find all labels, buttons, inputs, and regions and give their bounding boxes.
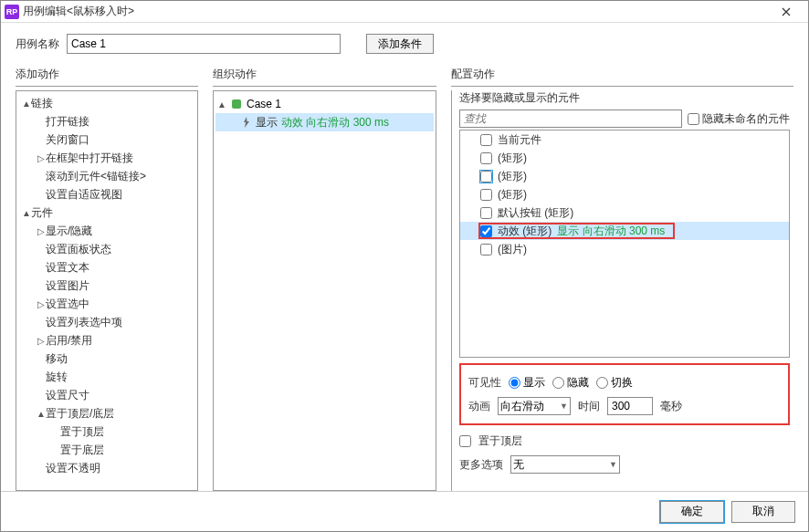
tree-label: 设置图片	[46, 278, 89, 294]
tree-node[interactable]: 移动	[16, 349, 197, 368]
tree-label: 启用/禁用	[46, 333, 92, 349]
widget-row[interactable]: (矩形)	[460, 185, 789, 203]
case-name-input[interactable]	[67, 34, 341, 54]
tree-node[interactable]: 置于顶层	[16, 422, 197, 441]
tree-node[interactable]: 打开链接	[16, 112, 197, 130]
tree-label: 关闭窗口	[46, 132, 89, 148]
tree-label: 滚动到元件<锚链接>	[46, 169, 146, 184]
time-input[interactable]	[607, 397, 653, 415]
tree-label: 设置不透明	[46, 461, 100, 476]
expand-icon: ▲	[217, 99, 226, 110]
add-action-title: 添加动作	[16, 67, 198, 87]
tree-node[interactable]: ▷在框架中打开链接	[16, 149, 197, 167]
expand-icon: ▷	[37, 336, 46, 346]
tree-node[interactable]: 设置文本	[16, 258, 197, 276]
widget-row[interactable]: (图片)	[460, 240, 789, 258]
radio-show-label: 显示	[523, 375, 545, 391]
widget-label: 当前元件	[498, 132, 541, 148]
tree-label: 设置文本	[46, 260, 89, 276]
dialog-footer: 确定 取消	[1, 491, 808, 531]
close-button[interactable]	[768, 1, 804, 23]
case-name-row: 用例名称 添加条件	[16, 34, 793, 54]
widget-label: (矩形)	[498, 169, 527, 184]
widget-checkbox[interactable]	[480, 207, 492, 219]
tree-label: 置于顶层/底层	[46, 406, 114, 422]
radio-toggle-label: 切换	[611, 375, 633, 391]
chevron-down-icon: ▼	[609, 460, 617, 469]
cancel-button[interactable]: 取消	[731, 501, 795, 523]
animation-select[interactable]: 向右滑动 ▼	[498, 397, 571, 415]
tree-node[interactable]: 关闭窗口	[16, 130, 197, 149]
tree-node[interactable]: ▷显示/隐藏	[16, 222, 197, 240]
tree-node[interactable]: 设置列表选中项	[16, 313, 197, 331]
add-condition-button[interactable]: 添加条件	[366, 34, 434, 54]
organize-action-panel: 组织动作 ▲ Case 1 显示 动效 向右滑动 300 ms	[213, 67, 436, 491]
bring-to-front-checkbox[interactable]	[459, 435, 471, 447]
search-widget-input[interactable]	[459, 110, 682, 128]
add-action-panel: 添加动作 ▲链接打开链接关闭窗口▷在框架中打开链接滚动到元件<锚链接>设置自适应…	[16, 67, 198, 491]
tree-node[interactable]: 旋转	[16, 368, 197, 386]
radio-toggle[interactable]	[596, 377, 608, 389]
tree-node[interactable]: ▲置于顶层/底层	[16, 404, 197, 422]
select-widget-label: 选择要隐藏或显示的元件	[459, 90, 790, 106]
case-icon	[230, 98, 243, 110]
tree-node[interactable]: ▲元件	[16, 203, 197, 222]
window-title: 用例编辑<鼠标移入时>	[23, 4, 768, 19]
ok-button[interactable]: 确定	[660, 501, 724, 523]
organize-action-title: 组织动作	[213, 67, 436, 87]
case-tree[interactable]: ▲ Case 1 显示 动效 向右滑动 300 ms	[213, 90, 436, 491]
widget-row[interactable]: 当前元件	[460, 130, 789, 149]
animation-value: 向右滑动	[500, 399, 544, 414]
case-node[interactable]: ▲ Case 1	[215, 95, 434, 113]
widget-label: (图片)	[498, 242, 527, 257]
tree-label: 置于底层	[60, 443, 104, 458]
action-prefix: 显示	[256, 115, 278, 130]
tree-node[interactable]: 置于底层	[16, 441, 197, 459]
widget-checkbox[interactable]	[480, 225, 492, 237]
configure-action-title: 配置动作	[451, 67, 793, 87]
tree-node[interactable]: ▷设置选中	[16, 295, 197, 313]
bring-to-front-label: 置于顶层	[478, 433, 522, 449]
tree-node[interactable]: ▷启用/禁用	[16, 331, 197, 349]
close-icon	[782, 7, 791, 16]
widget-checkbox[interactable]	[480, 171, 492, 183]
hide-unnamed-option[interactable]: 隐藏未命名的元件	[688, 111, 790, 127]
tree-label: 打开链接	[46, 114, 89, 130]
tree-node[interactable]: 设置自适应视图	[16, 185, 197, 203]
tree-node[interactable]: 设置不透明	[16, 459, 197, 477]
action-tree[interactable]: ▲链接打开链接关闭窗口▷在框架中打开链接滚动到元件<锚链接>设置自适应视图▲元件…	[16, 90, 198, 491]
widget-row[interactable]: 动效 (矩形)显示 向右滑动 300 ms	[460, 222, 789, 240]
tree-label: 在框架中打开链接	[46, 151, 133, 166]
widget-row[interactable]: (矩形)	[460, 167, 789, 185]
more-options-select[interactable]: 无 ▼	[510, 455, 620, 474]
widget-label: 动效 (矩形)	[498, 224, 552, 239]
widget-row[interactable]: (矩形)	[460, 149, 789, 167]
tree-node[interactable]: 设置图片	[16, 276, 197, 295]
tree-label: 设置列表选中项	[46, 315, 122, 330]
tree-label: 设置面板状态	[46, 242, 111, 257]
time-label: 时间	[578, 399, 600, 414]
title-bar: RP 用例编辑<鼠标移入时>	[1, 1, 808, 23]
widget-list[interactable]: 当前元件(矩形)(矩形)(矩形)默认按钮 (矩形)动效 (矩形)显示 向右滑动 …	[459, 130, 790, 358]
widget-extra: 显示 向右滑动 300 ms	[557, 224, 665, 239]
hide-unnamed-checkbox[interactable]	[688, 113, 699, 125]
tree-node[interactable]: 设置面板状态	[16, 240, 197, 258]
tree-label: 置于顶层	[60, 424, 104, 440]
action-node[interactable]: 显示 动效 向右滑动 300 ms	[215, 113, 434, 131]
widget-row[interactable]: 默认按钮 (矩形)	[460, 203, 789, 222]
widget-checkbox[interactable]	[480, 152, 492, 164]
expand-icon: ▷	[37, 153, 46, 163]
widget-checkbox[interactable]	[480, 134, 492, 146]
radio-hide-label: 隐藏	[567, 375, 589, 391]
visibility-settings: 可见性 显示 隐藏 切换 动画 向右滑动 ▼ 时间 毫秒	[459, 363, 790, 425]
radio-hide[interactable]	[552, 377, 564, 389]
more-options-value: 无	[513, 457, 524, 473]
tree-node[interactable]: 设置尺寸	[16, 386, 197, 404]
widget-checkbox[interactable]	[480, 189, 492, 201]
tree-node[interactable]: ▲链接	[16, 94, 197, 112]
tree-label: 移动	[46, 351, 68, 367]
tree-node[interactable]: 滚动到元件<锚链接>	[16, 167, 197, 185]
widget-label: (矩形)	[498, 187, 527, 203]
radio-show[interactable]	[509, 377, 520, 389]
widget-checkbox[interactable]	[480, 244, 492, 256]
